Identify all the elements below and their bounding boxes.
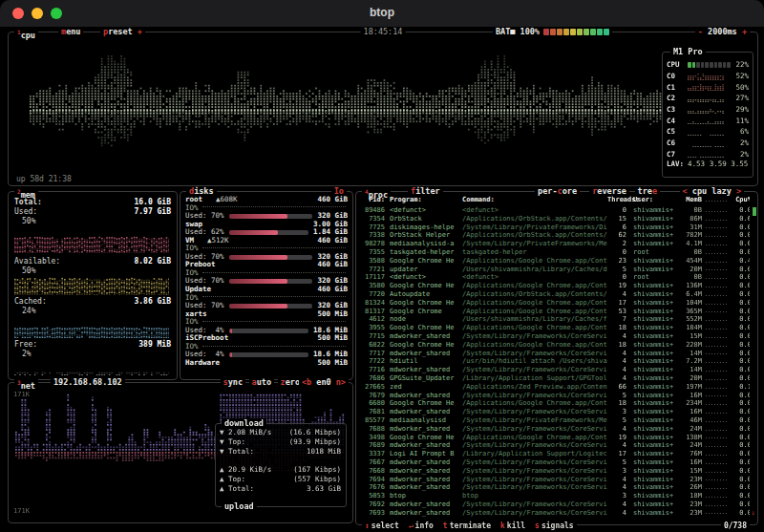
footer-action-select[interactable]: ↕select [365,521,399,530]
mem-percent: 50% [14,217,171,226]
cpu-box: 1cpu menu preset + 18:45:14 BAT■ 100% - … [8,32,758,186]
net-sync-toggle[interactable]: sync [221,377,245,388]
net-stat-row: ▲Top:(557 Kibps) [220,475,341,484]
process-row[interactable]: 85577mediaanalysisd/System/Library/Priva… [360,416,750,425]
process-row[interactable]: 3580Google Chrome He/Applications/Google… [360,282,750,290]
scroll-down-icon[interactable]: ↓ [752,509,755,517]
process-row[interactable]: 3588Google Chrome He/Applications/Google… [360,257,750,266]
menu-button[interactable]: menu [58,27,83,37]
mem-total-row: Total: 16.0 GiB [14,198,171,207]
cpu-usage-graph [28,44,746,160]
process-row[interactable]: 6680Google Chrome He/Applications/Google… [360,399,750,408]
cpu-core-panel: M1 Pro CPU 22% C052%C150%C227%C329%C411%… [662,52,753,178]
process-row[interactable]: 7720Autoupdate/Applications/OrbStack.app… [360,290,750,299]
mem-box: 2mem Total: 16.0 GiB Used:7.97 GiB50%Ava… [8,191,178,380]
cpu-total-meter [688,62,731,68]
footer-action-terminate[interactable]: tterminate [443,521,491,530]
disk-row-vm: VM▲512K460 GiB [185,237,348,245]
process-row[interactable]: 7686GPGSuite_Updater/Library/Application… [360,374,750,383]
net-stat-row: ▼Top:(93.9 Mibps) [220,437,341,447]
net-axis-bottom: 171K [13,507,30,515]
core-row-c7: C72% [663,149,753,160]
process-row[interactable]: 7725diskimages-helpe/System/Library/Priv… [360,223,750,232]
core-row-c6: C62% [663,138,753,149]
disk-list: root▲608K460 GiBIO%Used: 70%320 GiBswap3… [185,196,348,367]
process-row[interactable]: 7716mdworker_shared/System/Library/Frame… [360,366,750,374]
process-row[interactable]: 7722hdiutil/usr/bin/hdiutil attach /User… [360,357,750,366]
core-row-c5: C56% [663,126,753,138]
process-row[interactable]: 7668mdworker_shared/System/Library/Frame… [360,467,750,476]
process-row[interactable]: 7688mdworker_shared/System/Library/Frame… [360,425,750,434]
proc-scrollbar-thumb[interactable] [753,207,756,216]
process-row[interactable]: 7354OrbStack/Applications/OrbStack.app/C… [360,215,750,223]
disk-row-iscpreboot: iSCPreboot500 MiB [185,334,348,343]
footer-action-signals[interactable]: ssignals [535,521,574,530]
uptime-label: up 58d 21:38 [16,175,72,183]
disk-row-preboot: Preboot460 GiB [185,261,348,269]
process-row[interactable]: 7721updater/Users/shivammishra/Library/C… [360,266,750,274]
net-stat-row: ▼Total:1018 MiB [220,447,341,457]
proc-header[interactable]: Pid: Program: Command: Threads: User: Me… [360,195,750,204]
footer-action-info[interactable]: ↵info [409,521,434,530]
titlebar: btop [0,0,764,28]
btop-window: btop 1cpu menu preset + 18:45:14 BAT■ 10… [0,0,764,532]
footer-action-kill[interactable]: kkill [500,521,525,530]
cpu-total-row: CPU 22% [663,59,753,71]
process-row[interactable]: 7667mdworker_shared/System/Library/Frame… [360,458,750,467]
net-info-panel: download ▼2.08 MiB/s(16.6 Mibps)▼Top:(93… [215,423,347,507]
disk-row-root: root▲608K460 GiB [185,196,348,204]
disks-box: disks Io root▲608K460 GiBIO%Used: 70%320… [180,191,353,380]
net-stat-row: ▲20.9 KiB/s(167 Kibps) [220,465,341,475]
process-row[interactable]: 7338OrbStack Helper/Applications/OrbStac… [360,231,750,240]
process-row[interactable]: 89486<defunct><defunct>0shivammis+0B0.0 [360,206,750,215]
net-ip-label: 192.168.68.102 [51,377,125,388]
process-row[interactable]: 7689mdworker_shared/System/Library/Frame… [360,441,750,450]
disk-row-hardware: Hardware500 MiB [185,359,348,368]
process-row[interactable]: 7693mdworker_shared/System/Library/Frame… [360,509,750,518]
process-row[interactable]: 81324Google Chrome He/Applications/Googl… [360,299,750,308]
net-interface-selector[interactable]: <b en0 n> [299,377,349,388]
mem-row-available: Available:8.02 GiB [14,257,171,266]
process-row[interactable]: 7717mdworker_shared/System/Library/Frame… [360,350,750,358]
process-row[interactable]: 3498Google Chrome He/Applications/Google… [360,434,750,442]
process-row[interactable]: 3955Google Chrome He/Applications/Google… [360,324,750,332]
process-row[interactable]: 17117<defunct><defunct>0root0B0.0 [360,273,750,282]
mem-percent: 50% [14,266,171,276]
preset-button[interactable]: preset + [100,27,145,37]
update-interval[interactable]: - 2000ms + [695,27,750,37]
battery-indicator: BAT■ 100% [493,27,612,37]
process-row[interactable]: 7676mdworker_shared/System/Library/Frame… [360,483,750,492]
mem-graph [14,236,169,253]
mem-row-cached: Cached:3.86 GiB [14,297,171,307]
load-average-row: LAV: 4.53 3.59 3.55 [663,160,753,171]
process-row[interactable]: 98278mediaanalysisd-a/System/Library/Pri… [360,240,750,248]
process-row[interactable]: 7355taskgated-helpertaskgated-helper0roo… [360,248,750,257]
core-row-c2: C227% [663,93,753,104]
net-auto-toggle[interactable]: auto [249,377,274,388]
process-row[interactable]: 7679mdworker_shared/System/Library/Frame… [360,392,750,400]
process-row[interactable]: 4612node/Users/shivammishra/Library/Cach… [360,315,750,324]
process-row[interactable]: 27665zed/Applications/Zed Preview.app/Co… [360,383,750,392]
mem-percent: 2% [14,350,171,359]
disk-row-xarts: xarts500 MiB [185,310,348,319]
process-table: 89486<defunct><defunct>0shivammis+0B0.07… [360,206,750,519]
disk-row-update: Update460 GiB [185,286,348,294]
process-row[interactable]: 7692mdworker_shared/System/Library/Frame… [360,500,750,509]
terminal: 1cpu menu preset + 18:45:14 BAT■ 100% - … [0,27,764,532]
process-row[interactable]: 7681mdworker_shared/System/Library/Frame… [360,408,750,416]
tab-cpu[interactable]: 1cpu [14,27,38,41]
process-row[interactable]: 7715mdworker_shared/System/Library/Frame… [360,332,750,341]
upload-label: upload [222,501,257,512]
net-box: 3net 192.168.68.102 sync auto zero <b en… [8,382,353,523]
core-list: C052%C150%C227%C329%C411%C56%C62%C72% [663,71,753,160]
process-row[interactable]: 3337Logi AI Prompt B/Library/Application… [360,450,750,458]
mem-row-free: Free:389 MiB [14,340,171,350]
mem-graph [14,327,169,338]
process-row[interactable]: 6822Google Chrome He/Applications/Google… [360,341,750,350]
core-row-c0: C052% [663,71,753,82]
process-row[interactable]: 5053btopbtop3shivammis+18M0.0 [360,492,750,500]
net-stat-row: ▼2.08 MiB/s(16.6 Mibps) [220,428,341,437]
process-count: 0/738 [721,521,750,530]
process-row[interactable]: 81317Google Chrome/Applications/Google C… [360,308,750,316]
process-row[interactable]: 7694mdworker_shared/System/Library/Frame… [360,476,750,484]
